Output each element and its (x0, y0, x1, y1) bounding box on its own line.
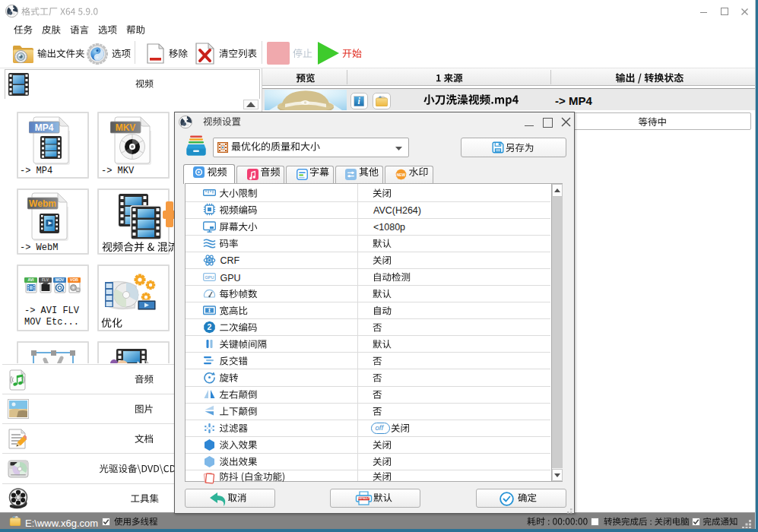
svg-text:NEW: NEW (397, 173, 406, 176)
svg-text:MKV: MKV (116, 122, 136, 133)
svg-text:2: 2 (208, 322, 212, 331)
svg-text:VOB: VOB (70, 277, 78, 282)
svg-text:AVI: AVI (28, 277, 35, 282)
svg-text:Webm: Webm (29, 198, 56, 209)
svg-text:MOV: MOV (56, 277, 65, 282)
svg-text:GPU: GPU (205, 275, 214, 280)
svg-text:DEFAULT: DEFAULT (358, 497, 370, 500)
svg-text:MP4: MP4 (35, 122, 54, 133)
svg-text:FLV: FLV (42, 277, 49, 282)
